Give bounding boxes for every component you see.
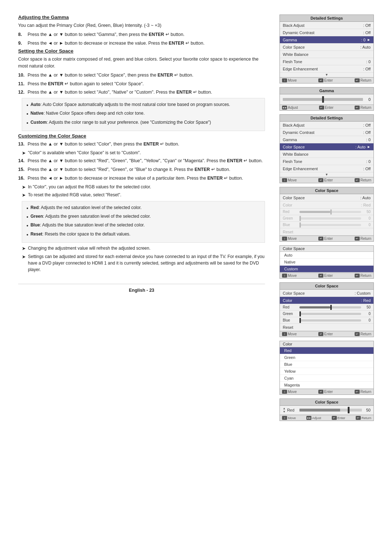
cd-header-label: Color xyxy=(283,342,371,346)
cust-item-14-num: 14. xyxy=(18,158,26,164)
cs1-return-icon: ↩ xyxy=(355,237,360,241)
cs-red-adjust-icon: ◄► xyxy=(306,416,311,420)
cust-item-16-num: 16. xyxy=(18,175,26,182)
customize-heading: Customizing the Color Space xyxy=(18,133,265,139)
bullet-reset-text: Reset: Resets the color space to the def… xyxy=(30,231,131,238)
cs-red-footer-return: ↩ Return xyxy=(356,416,371,420)
cs2-red-fill xyxy=(299,306,330,308)
cs-red-label: Red xyxy=(287,408,298,412)
ds2-black-value: : Off xyxy=(363,123,371,127)
ds2-scroll-down: ▼ xyxy=(280,172,373,177)
cs2-row-cs: Color Space : Custom xyxy=(280,290,373,297)
cs-item-11: 11. Press the ENTER ↵ button again to se… xyxy=(18,81,265,87)
cd-cyan[interactable]: Cyan xyxy=(280,375,373,382)
ds1-black-value: : Off xyxy=(363,23,371,28)
arrow-sym-1: ➤ xyxy=(22,150,26,157)
ds1-enter-icon: ↵ xyxy=(318,78,323,82)
ds2-footer: ↕ Move ↵ Enter ↩ Return xyxy=(280,177,373,183)
cs1-title: Color Space xyxy=(280,187,373,194)
right-column: Detailed Settings Black Adjust : Off Dyn… xyxy=(279,15,374,421)
arrow-note-5-text: Settings can be adjusted and stored for … xyxy=(28,253,265,273)
gamma-enter-icon: ↵ xyxy=(319,106,324,110)
bullet-blue: • Blue: Adjusts the blue saturation leve… xyxy=(26,222,260,230)
cs1-slider-red: Red 50 xyxy=(280,209,373,215)
cs2-blue-thumb xyxy=(299,318,301,323)
cd-red[interactable]: Red xyxy=(280,347,373,354)
arrow-refresh: ➤ Changing the adjustment value will ref… xyxy=(22,245,265,252)
cs1-footer-enter: ↵ Enter xyxy=(318,237,333,241)
cs2-footer-return: ↩ Return xyxy=(355,332,371,336)
cs-item-10-num: 10. xyxy=(18,72,26,79)
ds2-dyncon-value: : Off xyxy=(363,130,371,135)
ds1-cs-label: Color Space xyxy=(283,45,359,49)
ds2-row-black: Black Adjust : Off xyxy=(280,122,373,129)
cs1-red-thumb xyxy=(330,209,332,214)
cs-item-12-num: 12. xyxy=(18,89,26,96)
cs1-footer-move: ↕ Move xyxy=(282,237,297,241)
ds1-ft-value: : 0 xyxy=(366,60,371,64)
cd-green[interactable]: Green xyxy=(280,354,373,361)
colorspace-section: Setting the Color Space Color space is a… xyxy=(18,48,265,131)
ds2-cs-value: : Auto xyxy=(355,145,366,149)
ds1-title: Detailed Settings xyxy=(280,15,373,22)
cs-item-11-num: 11. xyxy=(18,81,26,87)
arrow-reset: ➤ To reset the adjusted RGB value, selec… xyxy=(22,192,265,199)
ds1-ee-value: : Off xyxy=(363,67,371,71)
gamma-item-8-num: 8. xyxy=(18,31,26,38)
cd-yellow[interactable]: Yellow xyxy=(280,368,373,375)
gamma-footer: ◄► Adjust ↵ Enter ↩ Return xyxy=(280,105,373,110)
cs-red-footer-move: ↕ Move xyxy=(282,416,296,420)
cs1-reset-label: Reset xyxy=(283,230,371,234)
cust-item-13-num: 13. xyxy=(18,141,26,148)
csd-auto[interactable]: Auto xyxy=(280,252,373,259)
cs2-row-color: Color : Red xyxy=(280,297,373,304)
csd-footer: ↕ Move ↵ Enter ↩ Return xyxy=(280,273,373,278)
csd-native[interactable]: Native xyxy=(280,259,373,266)
cs2-enter-icon: ↵ xyxy=(318,332,323,336)
cd-magenta[interactable]: Magenta xyxy=(280,382,373,389)
ds2-dyncon-label: Dynamic Contrast xyxy=(283,130,362,135)
colorspace-panel-1: Color Space Color Space : Auto Color : R… xyxy=(279,187,374,242)
cs-item-10-text: Press the ▲ or ▼ button to select "Color… xyxy=(28,72,265,79)
ds2-row-ft: Flesh Tone : 0 xyxy=(280,158,373,165)
gamma-footer-return: ↩ Return xyxy=(355,106,371,110)
gamma-body: You can adjust the Primary Color (Red, G… xyxy=(18,22,265,29)
ds2-row-wb: White Balance xyxy=(280,151,373,158)
cs-red-footer-adjust: ◄► Adjust xyxy=(306,416,321,420)
colorspace-dropdown-panel: Color Space Auto Native Custom ↕ Move ↵ … xyxy=(279,245,374,279)
cd-blue[interactable]: Blue xyxy=(280,361,373,368)
ds1-return-icon: ↩ xyxy=(355,78,360,82)
customize-section: Customizing the Color Space 13. Press th… xyxy=(18,133,265,273)
cs1-footer: ↕ Move ↵ Enter ↩ Return xyxy=(280,236,373,241)
cust-item-13: 13. Press the ▲ or ▼ button to select "C… xyxy=(18,141,265,148)
cust-item-14: 14. Press the ▲ or ▼ button to select "R… xyxy=(18,158,265,164)
arrow-note-2-text: In "Color", you can adjust the RGB value… xyxy=(28,184,151,190)
cs1-row-color: Color : Red xyxy=(280,201,373,209)
cs1-row-cs: Color Space : Auto xyxy=(280,194,373,201)
cd-move-icon: ↕ xyxy=(282,390,287,394)
cs-red-footer: ↕ Move ◄► Adjust ↵ Enter ↩ Return xyxy=(280,415,373,421)
csd-custom[interactable]: Custom xyxy=(280,266,373,273)
gamma-item-8: 8. Press the ▲ or ▼ button to select "Ga… xyxy=(18,31,265,38)
ds2-enter-icon: ↵ xyxy=(318,178,323,182)
cs-updown-icons: ▲ ▼ xyxy=(283,407,286,413)
arrow-note-1-text: "Color" is available when "Color Space" … xyxy=(28,150,141,156)
detailed-settings-panel-1: Detailed Settings Black Adjust : Off Dyn… xyxy=(279,15,374,83)
bullet-green: • Green: Adjusts the green saturation le… xyxy=(26,213,260,221)
cs2-slider-green: Green 0 xyxy=(280,311,373,317)
cs1-green-label: Green xyxy=(283,216,297,220)
ds2-footer-return: ↩ Return xyxy=(355,178,371,182)
cs-item-12: 12. Press the ▲ or ▼ button to select "A… xyxy=(18,89,265,96)
detailed-settings-panel-2: Detailed Settings Black Adjust : Off Dyn… xyxy=(279,114,374,183)
colorspace-body: Color space is a color matrix composed o… xyxy=(18,56,265,70)
cs-red-row: ▲ ▼ Red 50 xyxy=(280,406,373,415)
ds2-footer-move: ↕ Move xyxy=(282,178,297,182)
page: Adjusting the Gamma You can adjust the P… xyxy=(18,15,374,421)
cust-item-15: 15. Press the ▲ or ▼ button to select "R… xyxy=(18,166,265,173)
cs1-blue-thumb xyxy=(299,222,301,228)
bullet-dot-red: • xyxy=(26,204,28,212)
cs2-green-value: 0 xyxy=(363,312,371,316)
cs-red-thumb xyxy=(348,407,350,413)
ds2-ee-label: Edge Enhancement xyxy=(283,167,362,171)
gamma-panel-title: Gamma xyxy=(280,87,373,94)
